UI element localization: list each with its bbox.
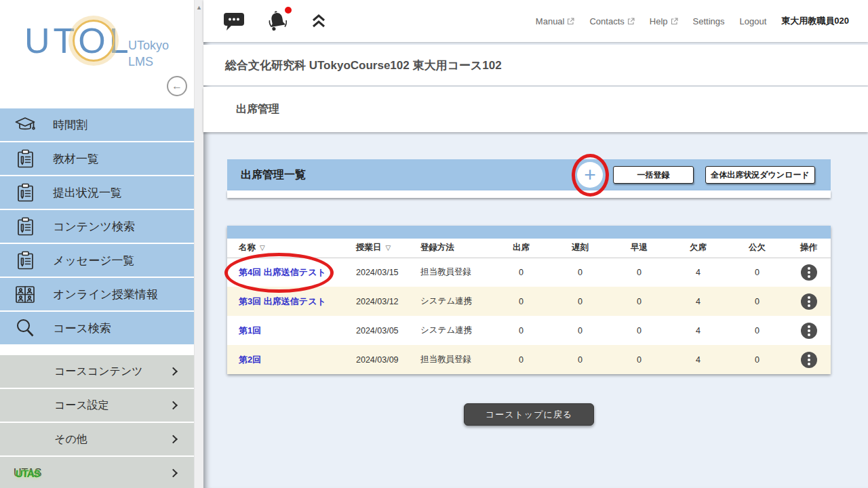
attendance-name-link[interactable]: 第3回 出席送信テスト xyxy=(239,296,326,306)
chevron-right-icon xyxy=(169,469,178,478)
table-row: 第2回2024/03/09担当教員登録00040 xyxy=(227,345,831,374)
attendance-name-link[interactable]: 第1回 xyxy=(239,325,261,336)
column-header: 遅刻 xyxy=(551,239,610,258)
cell-absent: 4 xyxy=(669,316,728,345)
column-header-label: 登録方法 xyxy=(420,243,454,252)
cell-present: 0 xyxy=(492,287,551,316)
cell-date: 2024/03/05 xyxy=(356,316,420,345)
online-class-icon xyxy=(12,285,38,304)
cell-method: 担当教員登録 xyxy=(420,345,492,374)
cell-absent: 4 xyxy=(669,287,728,316)
cell-name: 第4回 出席送信テスト xyxy=(227,258,356,287)
attendance-panel-body xyxy=(227,190,831,198)
cell-present: 0 xyxy=(492,316,551,345)
chevron-right-icon xyxy=(169,435,178,444)
sort-icon[interactable]: ▽ xyxy=(260,244,265,251)
cell-early: 0 xyxy=(610,316,669,345)
sidebar-item-others[interactable]: その他 xyxy=(0,423,194,455)
column-header-label: 遅刻 xyxy=(572,243,589,252)
topbar-link-label: Settings xyxy=(693,16,725,26)
cell-name: 第1回 xyxy=(227,316,356,345)
user-name: 東大用教職員020 xyxy=(781,15,849,27)
collapse-topbar-icon[interactable] xyxy=(311,13,327,29)
attendance-table-panel: 名称▽授業日▽登録方法出席遅刻早退欠席公欠操作 第4回 出席送信テスト2024/… xyxy=(227,226,831,374)
sidebar-item-materials[interactable]: 教材一覧 xyxy=(0,142,194,175)
cell-present: 0 xyxy=(492,345,551,374)
attendance-table-topbar xyxy=(227,226,831,239)
logo-subtitle: UTokyo LMS xyxy=(128,37,169,70)
sidebar-item-course-settings[interactable]: コース設定 xyxy=(0,389,194,422)
materials-icon xyxy=(12,217,38,237)
column-header: 操作 xyxy=(787,239,831,258)
materials-icon xyxy=(12,183,38,203)
column-header[interactable]: 名称▽ xyxy=(227,239,356,258)
table-body: 第4回 出席送信テスト2024/03/15担当教員登録00040第3回 出席送信… xyxy=(227,258,831,374)
row-actions-kebab-button[interactable] xyxy=(801,323,817,339)
add-attendance-button[interactable]: + xyxy=(577,162,603,188)
sidebar-item-label: 時間割 xyxy=(53,117,87,133)
sidebar-item-online-class[interactable]: オンライン授業情報 xyxy=(0,278,194,310)
sidebar-item-label: 教材一覧 xyxy=(53,151,99,167)
attendance-name-link[interactable]: 第2回 xyxy=(239,354,261,365)
topbar-link-contacts[interactable]: Contacts xyxy=(589,16,634,26)
sidebar-menu-upper: 時間割教材一覧提出状況一覧コンテンツ検索メッセージ一覧オンライン授業情報コース検… xyxy=(0,108,194,344)
scroll-up-icon[interactable]: ▲ xyxy=(195,0,203,11)
column-header: 登録方法 xyxy=(420,239,492,258)
sidebar-item-messages[interactable]: メッセージ一覧 xyxy=(0,244,194,277)
sidebar-item-label: コースコンテンツ xyxy=(54,365,143,379)
column-header: 出席 xyxy=(492,239,551,258)
topbar-link-label: Manual xyxy=(536,16,565,26)
column-header-label: 出席 xyxy=(513,243,530,252)
bulk-register-button[interactable]: 一括登録 xyxy=(613,166,694,184)
cell-late: 0 xyxy=(551,316,610,345)
column-header-label: 公欠 xyxy=(749,243,766,252)
back-to-course-top-button[interactable]: コーストップに戻る xyxy=(464,403,594,426)
cell-late: 0 xyxy=(551,258,610,287)
topbar-link-settings[interactable]: Settings xyxy=(693,16,725,26)
sidebar-item-content-search[interactable]: コンテンツ検索 xyxy=(0,210,194,243)
download-attendance-button[interactable]: 全体出席状況ダウンロード xyxy=(705,166,815,184)
sidebar-item-course-contents[interactable]: コースコンテンツ xyxy=(0,355,194,388)
attendance-panel-title: 出席管理一覧 xyxy=(241,159,306,190)
column-header: 公欠 xyxy=(728,239,787,258)
sidebar-item-submissions[interactable]: 提出状況一覧 xyxy=(0,176,194,209)
logo-subtitle-line2: LMS xyxy=(128,54,169,70)
graduation-cap-icon xyxy=(12,115,38,134)
column-header[interactable]: 授業日▽ xyxy=(356,239,420,258)
table-row: 第1回2024/03/05システム連携00040 xyxy=(227,316,831,345)
sidebar-item-timetable[interactable]: 時間割 xyxy=(0,108,194,141)
main-content: ManualContactsHelpSettingsLogout東大用教職員02… xyxy=(203,0,868,488)
sidebar-item-label: コース設定 xyxy=(54,399,109,413)
cell-actions xyxy=(787,316,831,345)
chevron-right-icon xyxy=(169,401,178,410)
row-actions-kebab-button[interactable] xyxy=(801,352,817,368)
column-header: 欠席 xyxy=(669,239,728,258)
cell-method: システム連携 xyxy=(420,316,492,345)
section-title-bar: 出席管理 xyxy=(203,87,868,132)
attendance-name-link[interactable]: 第4回 出席送信テスト xyxy=(239,267,326,277)
sort-icon[interactable]: ▽ xyxy=(386,244,391,251)
sidebar-item-course-search[interactable]: コース検索 xyxy=(0,312,194,344)
topbar-link-label: Logout xyxy=(740,16,767,26)
topbar: ManualContactsHelpSettingsLogout東大用教職員02… xyxy=(203,0,868,42)
row-actions-kebab-button[interactable] xyxy=(801,264,817,281)
topbar-link-logout[interactable]: Logout xyxy=(740,16,767,26)
messages-icon[interactable] xyxy=(222,11,245,31)
column-header-label: 操作 xyxy=(800,243,817,252)
cell-actions xyxy=(787,345,831,374)
utol-logo[interactable]: UTOL xyxy=(24,23,132,58)
cell-official_absent: 0 xyxy=(728,258,787,287)
cell-actions xyxy=(787,287,831,316)
cell-official_absent: 0 xyxy=(728,345,787,374)
sidebar-item-utas[interactable]: UTASUTAS xyxy=(0,457,194,488)
cell-early: 0 xyxy=(610,258,669,287)
cell-absent: 4 xyxy=(669,258,728,287)
page-scrollbar[interactable]: ▲ xyxy=(194,0,203,488)
external-link-icon xyxy=(671,18,678,25)
sidebar-collapse-button[interactable]: ← xyxy=(167,76,187,96)
topbar-link-help[interactable]: Help xyxy=(650,16,678,26)
topbar-link-manual[interactable]: Manual xyxy=(536,16,575,26)
cell-date: 2024/03/15 xyxy=(356,258,420,287)
row-actions-kebab-button[interactable] xyxy=(801,293,817,310)
notifications-bell-icon[interactable] xyxy=(266,9,290,33)
